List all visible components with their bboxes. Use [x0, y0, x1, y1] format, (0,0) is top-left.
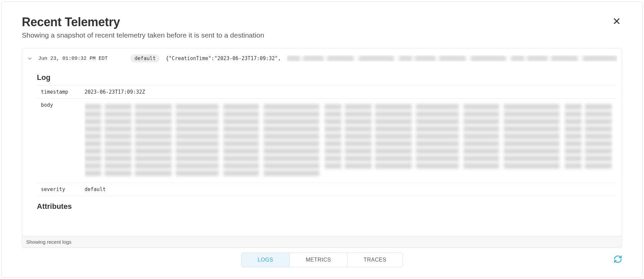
log-section-title: Log — [37, 73, 617, 82]
close-icon: ✕ — [612, 16, 621, 27]
tab-traces[interactable]: TRACES — [347, 253, 402, 267]
close-button[interactable]: ✕ — [611, 15, 622, 28]
telemetry-panel: Jun 23, 01:09:32 PM EDT default {"Creati… — [22, 48, 622, 248]
log-field-value: 2023-06-23T17:09:32Z — [80, 86, 617, 99]
log-field-body-row: body — [37, 99, 617, 183]
log-field-key: timestamp — [37, 86, 80, 99]
telemetry-type-tabs: LOGS METRICS TRACES — [241, 252, 403, 267]
refresh-icon — [613, 255, 622, 265]
log-field-key: body — [37, 99, 80, 183]
tab-metrics[interactable]: METRICS — [290, 253, 348, 267]
header-row: Recent Telemetry Showing a snapshot of r… — [22, 15, 622, 39]
panel-status-bar: Showing recent logs — [22, 236, 622, 247]
log-field-key: severity — [37, 183, 80, 196]
log-field-value: default — [80, 183, 617, 196]
entry-timestamp: Jun 23, 01:09:32 PM EDT — [38, 56, 108, 61]
page-subtitle: Showing a snapshot of recent telemetry t… — [22, 31, 264, 39]
log-field-value-redacted — [80, 99, 617, 183]
page-title: Recent Telemetry — [22, 15, 264, 29]
log-field-timestamp-row: timestamp 2023-06-23T17:09:32Z — [37, 86, 617, 99]
header-text: Recent Telemetry Showing a snapshot of r… — [22, 15, 264, 39]
status-text: Showing recent logs — [26, 239, 71, 245]
telemetry-window: Recent Telemetry Showing a snapshot of r… — [1, 1, 643, 278]
log-fields-table: timestamp 2023-06-23T17:09:32Z body — [37, 85, 617, 196]
chevron-down-icon — [28, 56, 32, 61]
refresh-button[interactable] — [613, 255, 622, 265]
entry-json-preview: {"CreationTime":"2023-06-23T17:09:32", — [166, 55, 281, 61]
log-entry-row[interactable]: Jun 23, 01:09:32 PM EDT default {"Creati… — [27, 53, 617, 64]
attributes-section-title: Attributes — [37, 202, 617, 210]
bottom-controls: LOGS METRICS TRACES — [22, 252, 622, 267]
entry-json-preview-redacted — [287, 55, 617, 61]
severity-badge: default — [130, 54, 160, 62]
log-field-severity-row: severity default — [37, 183, 617, 196]
tab-logs[interactable]: LOGS — [241, 253, 289, 267]
telemetry-scroll-area[interactable]: Jun 23, 01:09:32 PM EDT default {"Creati… — [22, 48, 622, 236]
